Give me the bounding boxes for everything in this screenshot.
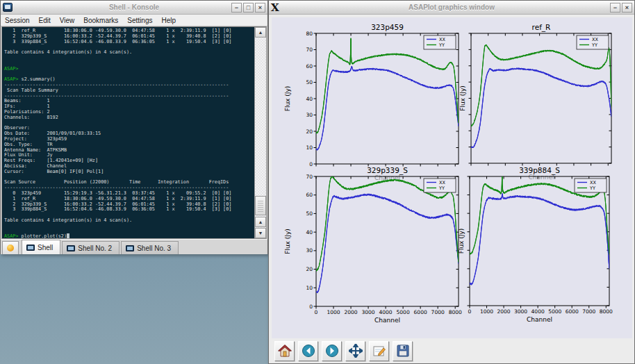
svg-text:Channel: Channel [529, 174, 554, 181]
menu-item-session[interactable]: Session [5, 17, 30, 24]
x11-app-icon: X [271, 3, 279, 13]
menu-item-help[interactable]: Help [161, 17, 176, 24]
svg-text:10: 10 [306, 285, 313, 291]
desktop: Shell - Konsole − □ × SessionEditViewBoo… [0, 0, 635, 364]
subplots-button[interactable] [369, 341, 389, 361]
svg-text:2000: 2000 [497, 308, 511, 315]
back-button[interactable] [298, 341, 318, 361]
svg-text:YY: YY [438, 42, 445, 48]
pan-button[interactable] [345, 341, 365, 361]
terminal-text: 2 329p339_S 16:00:33.2 -52.44.39.7 06:01… [4, 201, 231, 207]
svg-text:70: 70 [306, 47, 313, 53]
scroll-down-icon[interactable]: ▼ [255, 228, 266, 238]
terminal-text: Scan Table Summary [4, 88, 58, 93]
svg-text:3000: 3000 [362, 309, 375, 315]
terminal-tab-icon [26, 245, 35, 251]
minimize-button[interactable]: − [231, 3, 242, 13]
tab-shell[interactable]: Shell [22, 240, 60, 254]
close-button[interactable]: × [622, 3, 632, 13]
scrollbar-thumb[interactable] [255, 196, 266, 215]
konsole-app-icon [3, 3, 13, 12]
maximize-button[interactable]: □ [243, 3, 254, 13]
menu-item-settings[interactable]: Settings [127, 17, 152, 24]
svg-text:80: 80 [306, 31, 313, 37]
svg-text:1000: 1000 [480, 308, 493, 315]
terminal-scrollbar[interactable]: ▲ ▲ ▼ [254, 27, 266, 238]
svg-text:50: 50 [306, 210, 313, 217]
subplot-339p884_S: 010002000300040005000600070008000339p884… [458, 166, 613, 323]
new-session-button[interactable] [2, 241, 19, 254]
tab-shell-no-2[interactable]: Shell No. 2 [62, 241, 119, 254]
terminal-text: Project: 323p459 [4, 136, 67, 142]
svg-text:Flux (Jy): Flux (Jy) [284, 229, 291, 254]
plot-toolbar [272, 340, 632, 362]
svg-text:329p339_S: 329p339_S [367, 166, 408, 175]
tab-label: Shell [38, 244, 53, 251]
terminal-text: Obs Date: 2001/09/01/03:33:15 [4, 131, 101, 136]
svg-text:Flux (Jy): Flux (Jy) [459, 85, 466, 111]
konsole-window: Shell - Konsole − □ × SessionEditViewBoo… [0, 0, 268, 254]
konsole-menubar: SessionEditViewBookmarksSettingsHelp [1, 15, 267, 26]
terminal-text: ----------------------------------------… [4, 185, 229, 190]
terminal-text: 0 323p459 15:29:19.3 -56.31.21.3 03:37:4… [4, 190, 231, 196]
terminal-text: Table contains 4 integration(s) in 4 sca… [4, 217, 132, 223]
svg-text:5000: 5000 [548, 308, 561, 315]
menu-item-edit[interactable]: Edit [39, 17, 51, 24]
close-button[interactable]: × [255, 3, 265, 13]
svg-text:XX: XX [439, 37, 445, 42]
svg-text:0: 0 [468, 308, 472, 315]
terminal-text: Scan Source Position (J2000) Time Integr… [4, 179, 229, 185]
new-session-icon [7, 245, 14, 251]
svg-text:Flux (Jy): Flux (Jy) [284, 86, 291, 112]
svg-text:7000: 7000 [431, 309, 445, 315]
scroll-up2-icon[interactable]: ▲ [255, 217, 266, 227]
svg-text:10: 10 [306, 144, 313, 151]
tab-label: Shell No. 3 [137, 245, 171, 252]
svg-text:XX: XX [439, 180, 445, 185]
prompt-text: ASAP> [4, 233, 22, 238]
svg-text:4000: 4000 [531, 308, 545, 315]
svg-text:6000: 6000 [566, 308, 579, 315]
svg-text:Flux (Jy): Flux (Jy) [458, 229, 465, 254]
svg-text:8000: 8000 [449, 309, 462, 315]
terminal-text: IFs: 1 [4, 104, 49, 109]
svg-text:339p884_S: 339p884_S [519, 166, 560, 175]
scroll-up-icon[interactable]: ▲ [255, 27, 266, 38]
save-button[interactable] [393, 341, 413, 361]
svg-text:50: 50 [306, 79, 313, 85]
terminal-text: Channels: 8192 [4, 115, 58, 120]
home-button[interactable] [274, 341, 295, 361]
terminal-text: 2 329p339_S 16:00:33.2 -52.44.39.7 06:01… [4, 33, 231, 39]
plot-canvas[interactable]: 01020304050607080323p459ChannelFlux (Jy)… [272, 17, 632, 338]
terminal-text: Cursor: Beam[0] IF[0] Pol[1] [4, 169, 104, 174]
konsole-tabbar: ShellShell No. 2Shell No. 3 [1, 239, 267, 254]
konsole-titlebar[interactable]: Shell - Konsole − □ × [1, 1, 267, 15]
svg-text:YY: YY [438, 185, 445, 191]
terminal-text: 1 ref_R 18:30:06.0 -49.59.30.0 04:47:58 … [4, 28, 231, 33]
asaplot-titlebar[interactable]: X ASAPlot graphics window − × [269, 1, 634, 15]
svg-text:3000: 3000 [514, 308, 527, 315]
terminal-output[interactable]: 1 ref_R 18:30:06.0 -49.59.30.0 04:47:58 … [2, 27, 254, 238]
svg-text:0: 0 [309, 161, 313, 167]
minimize-button[interactable]: − [610, 3, 620, 13]
tab-shell-no-3[interactable]: Shell No. 3 [121, 241, 179, 254]
svg-text:40: 40 [306, 96, 313, 102]
svg-text:8000: 8000 [600, 308, 613, 315]
terminal-text: Obs. Type: TR [4, 142, 53, 147]
forward-button[interactable] [322, 341, 342, 361]
subplot-ref_R: ref_RChannelFlux (Jy)XXYY [459, 23, 611, 181]
menu-item-bookmarks[interactable]: Bookmarks [83, 17, 118, 24]
terminal-text: Beams: 1 [4, 98, 49, 104]
tab-label: Shell No. 2 [78, 245, 112, 252]
svg-text:7000: 7000 [582, 308, 595, 315]
svg-text:30: 30 [306, 112, 313, 118]
terminal-text: plotter.plot(s2) [22, 233, 67, 238]
terminal-text: Antenna Name: ATPKSMB [4, 147, 67, 153]
svg-text:XX: XX [592, 37, 598, 42]
subplot-329p339_S: 0100020003000400050006000700080000102030… [284, 166, 462, 324]
home-icon [278, 344, 292, 358]
forward-icon [325, 344, 339, 358]
svg-text:20: 20 [306, 129, 313, 135]
menu-item-view[interactable]: View [60, 17, 75, 24]
prompt-text: ASAP> [4, 66, 22, 72]
